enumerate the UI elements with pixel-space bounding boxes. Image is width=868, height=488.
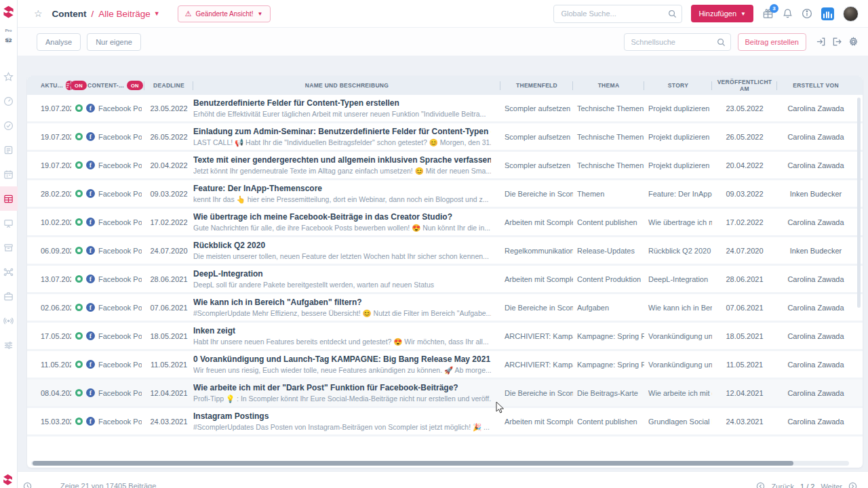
import-button[interactable] <box>816 37 826 47</box>
vertical-scrollbar[interactable] <box>857 98 861 308</box>
next-page-button[interactable] <box>848 482 857 488</box>
export-button[interactable] <box>832 37 842 47</box>
cell-updated-date: 19.07.2022 <box>27 133 71 141</box>
sidebar-item-network[interactable] <box>0 260 18 284</box>
cell-themenfeld: Die Bereiche in Scom... <box>500 389 573 397</box>
cell-created-by: Inken Budecker <box>777 190 854 198</box>
user-avatar[interactable] <box>843 6 859 22</box>
pagination-back-label[interactable]: Zurück <box>771 483 794 488</box>
column-header-deadline[interactable]: DEADLINE <box>144 76 193 95</box>
horizontal-scrollbar-thumb[interactable] <box>33 461 793 466</box>
sidebar-item-broadcast[interactable] <box>0 308 18 333</box>
breadcrumb-current-view[interactable]: Alle Beiträge <box>98 9 151 19</box>
post-description: LAST CALL! 📢 Habt Ihr die "Individuellen… <box>193 138 491 147</box>
cell-deadline: 23.05.2022 <box>144 104 193 113</box>
bottom-status-bar: Zeige 21 von 17405 Beiträge Zurück 1 / 2… <box>18 471 868 488</box>
settings-button[interactable] <box>848 37 859 47</box>
add-button[interactable]: Hinzufügen ▼ <box>691 5 753 22</box>
cell-themenfeld: Scompler aufsetzen <box>500 161 573 169</box>
horizontal-scrollbar-track[interactable] <box>31 461 849 466</box>
refresh-button[interactable] <box>23 482 32 488</box>
table-row[interactable]: 10.02.2022 f Facebook Post 17.02.2022 Wi… <box>27 209 863 237</box>
pagination-next-label[interactable]: Weiter <box>821 483 842 488</box>
post-title: Instagram Postings <box>193 411 491 421</box>
table-row[interactable]: 19.07.2022 f Facebook Post 20.04.2022 Te… <box>27 152 863 180</box>
changed-view-button[interactable]: ⚠ Geänderte Ansicht! ▼ <box>178 5 271 22</box>
chat-messenger-icon[interactable] <box>821 7 834 20</box>
column-header-updated[interactable]: AKTU... <box>27 76 71 95</box>
column-header-gutter <box>854 76 863 95</box>
favorite-star-icon[interactable]: ☆ <box>34 8 43 19</box>
column-header-name[interactable]: NAME UND BESCHREIBUNG <box>193 76 500 95</box>
sidebar-item-tasks[interactable] <box>0 113 18 138</box>
column-header-published[interactable]: VERÖFFENTLICHT AM <box>712 76 777 95</box>
table-row[interactable]: 17.05.2021 f Facebook Post 18.05.2021 In… <box>27 323 863 351</box>
post-title: Wie arbeite ich mit der "Dark Post" Funk… <box>193 383 491 392</box>
post-title: Feature: Der InApp-Themenscore <box>193 184 491 193</box>
sidebar-item-calendar[interactable] <box>0 162 18 186</box>
table-row[interactable]: 02.06.2021 f Facebook Post 07.06.2021 Wi… <box>27 294 863 323</box>
only-own-button[interactable]: Nur eigene <box>87 33 141 51</box>
column-header-created-by[interactable]: ERSTELLT VON <box>777 76 854 95</box>
table-header-row: AKTU... ON CONTENT-... ON DEADLINE NAME … <box>27 76 863 95</box>
cell-content-type: f Facebook Post <box>86 218 144 226</box>
table-row[interactable]: 13.07.2021 f Facebook Post 28.06.2021 De… <box>27 266 863 294</box>
breadcrumb-section[interactable]: Content <box>52 9 87 19</box>
table-row[interactable]: 28.02.2022 f Facebook Post 09.03.2022 Fe… <box>27 180 863 209</box>
sidebar-item-presentation[interactable] <box>0 211 18 235</box>
chevron-down-icon[interactable]: ▼ <box>154 10 160 17</box>
global-search-input[interactable] <box>553 5 682 23</box>
cell-content-type: f Facebook Post <box>86 274 144 283</box>
sidebar-item-notes[interactable] <box>0 138 18 162</box>
sidebar-item-favorites[interactable] <box>0 64 18 89</box>
analyse-button[interactable]: Analyse <box>37 33 81 51</box>
column-header-themenfeld[interactable]: THEMENFELD <box>500 76 573 95</box>
cell-status <box>71 133 86 140</box>
table-row[interactable]: 19.07.2022 f Facebook Post 23.05.2022 Be… <box>27 95 863 123</box>
sidebar-item-archive[interactable] <box>0 235 18 260</box>
column-header-content-type[interactable]: CONTENT-... ON <box>86 76 144 95</box>
sidebar-item-briefcase[interactable] <box>0 284 18 308</box>
sidebar-item-filters[interactable] <box>0 333 18 357</box>
whats-new-button[interactable]: 3 <box>762 8 774 19</box>
quick-search-input[interactable] <box>624 33 731 51</box>
column-header-story[interactable]: STORY <box>644 76 712 95</box>
post-title: DeepL-Integration <box>193 269 491 279</box>
notifications-button[interactable] <box>783 8 793 19</box>
table-row[interactable]: 08.04.2021 f Facebook Post 12.04.2021 Wi… <box>27 380 863 408</box>
cell-deadline: 12.04.2021 <box>144 389 193 397</box>
status-ring-icon <box>75 104 83 112</box>
cell-created-by: Carolina Zawada <box>777 133 854 141</box>
cell-status <box>71 275 86 283</box>
cell-content-type: f Facebook Post <box>86 360 144 369</box>
column-header-status[interactable]: ON <box>71 76 86 95</box>
table-row[interactable]: 19.07.2022 f Facebook Post 26.05.2022 Ei… <box>27 123 863 152</box>
cell-status <box>71 218 86 226</box>
sidebar-item-dashboard[interactable] <box>0 89 18 113</box>
calendar-icon <box>3 169 14 180</box>
check-circle-icon <box>3 121 14 131</box>
cell-thema: Release-Updates <box>573 247 644 255</box>
cell-deadline: 11.05.2021 <box>144 361 193 369</box>
scompler-logo[interactable] <box>2 5 15 20</box>
cell-themenfeld: Arbeiten mit Scompler <box>500 275 573 283</box>
facebook-icon: f <box>86 189 95 198</box>
table-row[interactable]: 06.09.2021 f Facebook Post 24.07.2020 Rü… <box>27 237 863 266</box>
workspace-tier: Pro <box>0 28 17 33</box>
notes-icon <box>3 145 14 155</box>
previous-page-button[interactable] <box>756 482 765 488</box>
cell-published-date: 26.05.2022 <box>712 133 777 141</box>
help-button[interactable] <box>802 8 812 19</box>
cell-updated-date: 13.07.2021 <box>27 275 71 283</box>
sidebar-item-content[interactable] <box>0 186 18 211</box>
column-header-thema[interactable]: THEMA <box>573 76 644 95</box>
table-row[interactable]: 15.03.2021 f Facebook Post 24.03.2021 In… <box>27 408 863 436</box>
cell-name-description: Einladung zum Admin-Seminar: Benutzerdef… <box>193 127 500 147</box>
facebook-icon: f <box>86 303 95 312</box>
create-post-button[interactable]: Beitrag erstellen <box>738 33 807 51</box>
sliders-icon <box>3 340 14 350</box>
cell-name-description: Wie kann ich in Bereich "Aufgaben" filte… <box>193 298 500 318</box>
workspace-badge[interactable]: Pro S2 <box>0 28 17 47</box>
table-row[interactable]: 11.05.2021 f Facebook Post 11.05.2021 0 … <box>27 351 863 380</box>
cell-content-type: f Facebook Post <box>86 417 144 426</box>
